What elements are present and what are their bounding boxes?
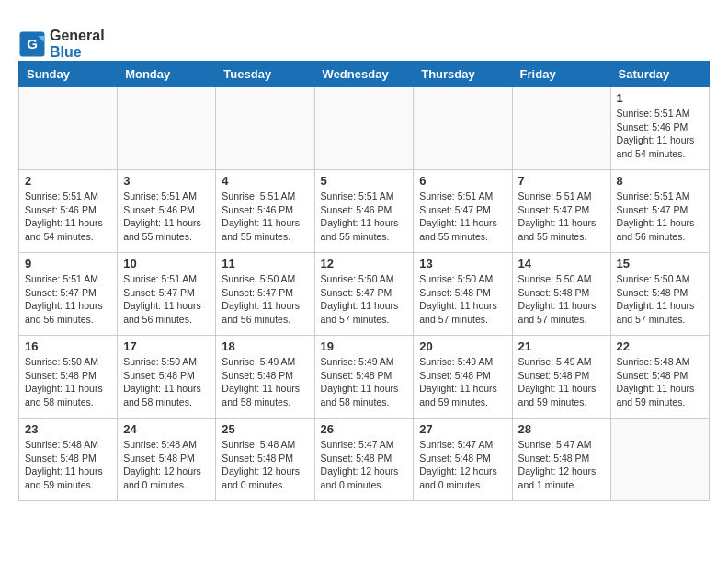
calendar-table: SundayMondayTuesdayWednesdayThursdayFrid…: [18, 61, 710, 501]
calendar-cell: 17Sunrise: 5:50 AM Sunset: 5:48 PM Dayli…: [118, 336, 216, 419]
day-number: 17: [123, 339, 210, 353]
day-info: Sunrise: 5:48 AM Sunset: 5:48 PM Dayligh…: [123, 438, 210, 492]
calendar-header-tuesday: Tuesday: [216, 62, 314, 87]
calendar-cell: [216, 87, 314, 170]
calendar-cell: [512, 87, 610, 170]
calendar-cell: 23Sunrise: 5:48 AM Sunset: 5:48 PM Dayli…: [19, 419, 118, 501]
day-number: 8: [617, 174, 703, 188]
day-info: Sunrise: 5:51 AM Sunset: 5:47 PM Dayligh…: [419, 190, 506, 244]
page-header: G General Blue: [18, 28, 710, 61]
day-info: Sunrise: 5:50 AM Sunset: 5:48 PM Dayligh…: [25, 355, 111, 409]
day-number: 18: [222, 339, 308, 353]
calendar-cell: [610, 419, 709, 501]
day-number: 7: [518, 174, 605, 188]
calendar-cell: 9Sunrise: 5:51 AM Sunset: 5:47 PM Daylig…: [19, 253, 118, 336]
day-number: 6: [419, 174, 506, 188]
day-number: 15: [617, 257, 703, 270]
calendar-cell: 18Sunrise: 5:49 AM Sunset: 5:48 PM Dayli…: [216, 336, 314, 419]
day-number: 5: [321, 174, 408, 188]
day-number: 1: [617, 91, 703, 105]
day-number: 26: [321, 422, 408, 436]
day-number: 22: [617, 339, 703, 353]
calendar-cell: 28Sunrise: 5:47 AM Sunset: 5:48 PM Dayli…: [512, 419, 610, 501]
calendar-cell: 5Sunrise: 5:51 AM Sunset: 5:46 PM Daylig…: [314, 170, 414, 253]
calendar-cell: 20Sunrise: 5:49 AM Sunset: 5:48 PM Dayli…: [414, 336, 512, 419]
day-info: Sunrise: 5:47 AM Sunset: 5:48 PM Dayligh…: [419, 438, 506, 492]
day-info: Sunrise: 5:51 AM Sunset: 5:46 PM Dayligh…: [222, 190, 308, 244]
calendar-cell: 13Sunrise: 5:50 AM Sunset: 5:48 PM Dayli…: [414, 253, 512, 336]
calendar-cell: 2Sunrise: 5:51 AM Sunset: 5:46 PM Daylig…: [19, 170, 118, 253]
calendar-header-row: SundayMondayTuesdayWednesdayThursdayFrid…: [19, 62, 710, 87]
calendar-cell: 19Sunrise: 5:49 AM Sunset: 5:48 PM Dayli…: [314, 336, 414, 419]
day-number: 3: [123, 174, 210, 188]
day-info: Sunrise: 5:51 AM Sunset: 5:47 PM Dayligh…: [25, 272, 111, 327]
day-number: 2: [25, 174, 111, 188]
calendar-cell: 16Sunrise: 5:50 AM Sunset: 5:48 PM Dayli…: [19, 336, 118, 419]
day-info: Sunrise: 5:51 AM Sunset: 5:46 PM Dayligh…: [123, 190, 210, 244]
day-number: 19: [321, 339, 408, 353]
calendar-cell: 24Sunrise: 5:48 AM Sunset: 5:48 PM Dayli…: [118, 419, 216, 501]
day-info: Sunrise: 5:51 AM Sunset: 5:47 PM Dayligh…: [518, 190, 605, 244]
calendar-cell: 27Sunrise: 5:47 AM Sunset: 5:48 PM Dayli…: [414, 419, 512, 501]
calendar-cell: 10Sunrise: 5:51 AM Sunset: 5:47 PM Dayli…: [118, 253, 216, 336]
day-info: Sunrise: 5:49 AM Sunset: 5:48 PM Dayligh…: [222, 355, 308, 409]
calendar-header-sunday: Sunday: [19, 62, 118, 87]
day-info: Sunrise: 5:50 AM Sunset: 5:47 PM Dayligh…: [321, 272, 408, 327]
day-info: Sunrise: 5:48 AM Sunset: 5:48 PM Dayligh…: [617, 355, 703, 409]
calendar-cell: 25Sunrise: 5:48 AM Sunset: 5:48 PM Dayli…: [216, 419, 314, 501]
logo-text: General Blue: [50, 28, 105, 61]
day-info: Sunrise: 5:47 AM Sunset: 5:48 PM Dayligh…: [321, 438, 408, 492]
calendar-header-saturday: Saturday: [610, 62, 709, 87]
logo-icon: G: [18, 30, 46, 58]
calendar-header-wednesday: Wednesday: [314, 62, 414, 87]
day-info: Sunrise: 5:51 AM Sunset: 5:46 PM Dayligh…: [25, 190, 111, 244]
day-number: 20: [419, 339, 506, 353]
calendar-week-row: 16Sunrise: 5:50 AM Sunset: 5:48 PM Dayli…: [19, 336, 710, 419]
day-info: Sunrise: 5:51 AM Sunset: 5:47 PM Dayligh…: [123, 272, 210, 327]
calendar-week-row: 9Sunrise: 5:51 AM Sunset: 5:47 PM Daylig…: [19, 253, 710, 336]
calendar-week-row: 23Sunrise: 5:48 AM Sunset: 5:48 PM Dayli…: [19, 419, 710, 501]
calendar-week-row: 2Sunrise: 5:51 AM Sunset: 5:46 PM Daylig…: [19, 170, 710, 253]
calendar-cell: 26Sunrise: 5:47 AM Sunset: 5:48 PM Dayli…: [314, 419, 414, 501]
calendar-header-thursday: Thursday: [414, 62, 512, 87]
calendar-cell: 6Sunrise: 5:51 AM Sunset: 5:47 PM Daylig…: [414, 170, 512, 253]
day-number: 14: [518, 257, 605, 270]
calendar-cell: [118, 87, 216, 170]
day-number: 10: [123, 257, 210, 270]
day-info: Sunrise: 5:50 AM Sunset: 5:47 PM Dayligh…: [222, 272, 308, 327]
day-number: 11: [222, 257, 308, 270]
calendar-cell: 14Sunrise: 5:50 AM Sunset: 5:48 PM Dayli…: [512, 253, 610, 336]
calendar-cell: 22Sunrise: 5:48 AM Sunset: 5:48 PM Dayli…: [610, 336, 709, 419]
day-info: Sunrise: 5:51 AM Sunset: 5:46 PM Dayligh…: [321, 190, 408, 244]
calendar-header-friday: Friday: [512, 62, 610, 87]
calendar-cell: 8Sunrise: 5:51 AM Sunset: 5:47 PM Daylig…: [610, 170, 709, 253]
day-info: Sunrise: 5:50 AM Sunset: 5:48 PM Dayligh…: [617, 272, 703, 327]
logo: G General Blue: [18, 28, 105, 61]
calendar-cell: [314, 87, 414, 170]
calendar-cell: 7Sunrise: 5:51 AM Sunset: 5:47 PM Daylig…: [512, 170, 610, 253]
day-number: 16: [25, 339, 111, 353]
day-number: 4: [222, 174, 308, 188]
calendar-week-row: 1Sunrise: 5:51 AM Sunset: 5:46 PM Daylig…: [19, 87, 710, 170]
calendar-cell: 15Sunrise: 5:50 AM Sunset: 5:48 PM Dayli…: [610, 253, 709, 336]
day-info: Sunrise: 5:49 AM Sunset: 5:48 PM Dayligh…: [518, 355, 605, 409]
day-number: 27: [419, 422, 506, 436]
day-number: 24: [123, 422, 210, 436]
day-info: Sunrise: 5:51 AM Sunset: 5:47 PM Dayligh…: [617, 190, 703, 244]
svg-text:G: G: [27, 36, 38, 52]
day-info: Sunrise: 5:48 AM Sunset: 5:48 PM Dayligh…: [25, 438, 111, 492]
day-info: Sunrise: 5:50 AM Sunset: 5:48 PM Dayligh…: [518, 272, 605, 327]
calendar-cell: 12Sunrise: 5:50 AM Sunset: 5:47 PM Dayli…: [314, 253, 414, 336]
calendar-header-monday: Monday: [118, 62, 216, 87]
day-info: Sunrise: 5:50 AM Sunset: 5:48 PM Dayligh…: [123, 355, 210, 409]
day-number: 13: [419, 257, 506, 270]
calendar-cell: 21Sunrise: 5:49 AM Sunset: 5:48 PM Dayli…: [512, 336, 610, 419]
calendar-cell: 11Sunrise: 5:50 AM Sunset: 5:47 PM Dayli…: [216, 253, 314, 336]
day-info: Sunrise: 5:51 AM Sunset: 5:46 PM Dayligh…: [617, 107, 703, 161]
day-number: 23: [25, 422, 111, 436]
day-number: 28: [518, 422, 605, 436]
calendar-cell: [414, 87, 512, 170]
calendar-cell: 1Sunrise: 5:51 AM Sunset: 5:46 PM Daylig…: [610, 87, 709, 170]
day-number: 21: [518, 339, 605, 353]
calendar-cell: [19, 87, 118, 170]
